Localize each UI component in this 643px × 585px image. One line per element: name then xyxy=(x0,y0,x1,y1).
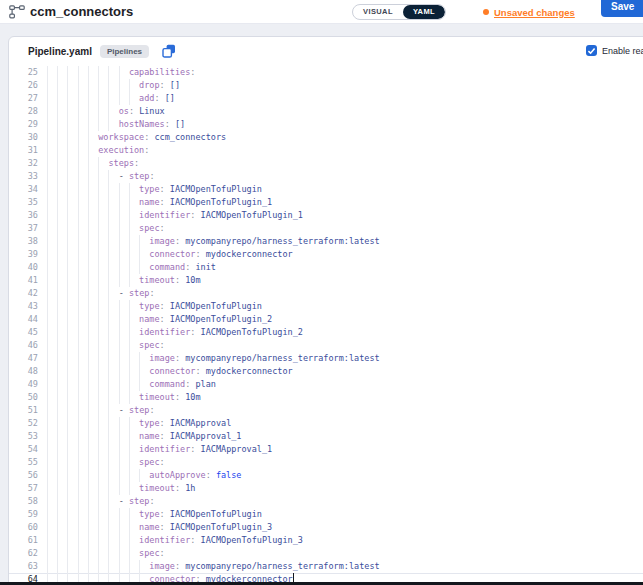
code-line[interactable]: 38image: mycompanyrepo/harness_terraform… xyxy=(9,235,643,248)
indent-guide xyxy=(108,196,118,209)
code-line[interactable]: 57timeout: 1h xyxy=(9,482,643,495)
code-line[interactable]: 28os: Linux xyxy=(9,105,643,118)
indent-guide xyxy=(67,378,77,391)
save-button[interactable]: Save xyxy=(601,0,643,17)
code-line[interactable]: 62spec: xyxy=(9,547,643,560)
indent-guide xyxy=(129,534,139,547)
code-line[interactable]: 47image: mycompanyrepo/harness_terraform… xyxy=(9,352,643,365)
indent-guide xyxy=(57,131,67,144)
indent-guide xyxy=(88,209,98,222)
indent-guide xyxy=(129,183,139,196)
code-line[interactable]: 43type: IACMOpenTofuPlugin xyxy=(9,300,643,313)
toggle-visual[interactable]: VISUAL xyxy=(353,5,403,19)
indent-guide xyxy=(47,482,57,495)
code-line[interactable]: 33- step: xyxy=(9,170,643,183)
code-line[interactable]: 50timeout: 10m xyxy=(9,391,643,404)
line-number: 63 xyxy=(9,560,47,573)
code-line[interactable]: 32steps: xyxy=(9,157,643,170)
toggle-yaml[interactable]: YAML xyxy=(403,5,445,19)
code-line[interactable]: 51- step: xyxy=(9,404,643,417)
code-line[interactable]: 61identifier: IACMOpenTofuPlugin_3 xyxy=(9,534,643,547)
code-line[interactable]: 37spec: xyxy=(9,222,643,235)
line-number: 37 xyxy=(9,222,47,235)
checkbox-checked-icon[interactable] xyxy=(586,45,597,56)
indent-guide xyxy=(98,430,108,443)
pipeline-yaml-editor-window: ccm_connectors VISUAL YAML Unsaved chang… xyxy=(0,0,643,585)
code-text: timeout: 1h xyxy=(47,482,643,495)
yaml-key: add xyxy=(139,93,154,103)
code-line[interactable]: 29hostNames: [] xyxy=(9,118,643,131)
indent-guide xyxy=(67,118,77,131)
top-bar: ccm_connectors VISUAL YAML Unsaved chang… xyxy=(0,0,643,24)
code-line[interactable]: 39connector: mydockerconnector xyxy=(9,248,643,261)
code-text: image: mycompanyrepo/harness_terraform:l… xyxy=(47,560,643,573)
code-line[interactable]: 63image: mycompanyrepo/harness_terraform… xyxy=(9,560,643,573)
line-number: 38 xyxy=(9,235,47,248)
line-number: 36 xyxy=(9,209,47,222)
code-line[interactable]: 42- step: xyxy=(9,287,643,300)
indent-guide xyxy=(67,495,77,508)
indent-guide xyxy=(88,378,98,391)
code-line[interactable]: 40command: init xyxy=(9,261,643,274)
unsaved-changes[interactable]: Unsaved changes xyxy=(483,0,575,24)
indent-guide xyxy=(108,391,118,404)
yaml-key: step xyxy=(129,288,149,298)
yaml-value: false xyxy=(211,470,242,480)
code-line[interactable]: 49command: plan xyxy=(9,378,643,391)
code-line[interactable]: 58- step: xyxy=(9,495,643,508)
line-number: 50 xyxy=(9,391,47,404)
code-text: type: IACMOpenTofuPlugin xyxy=(47,300,643,313)
indent-guide xyxy=(108,92,118,105)
indent-guide xyxy=(88,339,98,352)
indent-guide xyxy=(67,404,77,417)
code-line[interactable]: 27add: [] xyxy=(9,92,643,105)
code-line[interactable]: 54identifier: IACMApproval_1 xyxy=(9,443,643,456)
indent-guide xyxy=(67,157,77,170)
unsaved-changes-link[interactable]: Unsaved changes xyxy=(494,7,575,18)
code-line[interactable]: 56autoApprove: false xyxy=(9,469,643,482)
indent-guide xyxy=(78,417,88,430)
yaml-lines[interactable]: 25capabilities:26drop: []27add: []28os: … xyxy=(9,65,643,585)
indent-guide xyxy=(88,456,98,469)
indent-guide xyxy=(98,417,108,430)
indent-guide xyxy=(129,261,139,274)
indent-guide xyxy=(119,508,129,521)
visual-yaml-toggle[interactable]: VISUAL YAML xyxy=(352,4,446,20)
indent-guide xyxy=(119,196,129,209)
indent-guide xyxy=(108,118,118,131)
code-line[interactable]: 53name: IACMApproval_1 xyxy=(9,430,643,443)
indent-guide xyxy=(129,508,139,521)
code-line[interactable]: 36identifier: IACMOpenTofuPlugin_1 xyxy=(9,209,643,222)
code-line[interactable]: 48connector: mydockerconnector xyxy=(9,365,643,378)
code-line[interactable]: 46spec: xyxy=(9,339,643,352)
code-line[interactable]: 59type: IACMOpenTofuPlugin xyxy=(9,508,643,521)
yaml-key: spec xyxy=(139,223,159,233)
code-line[interactable]: 60name: IACMOpenTofuPlugin_3 xyxy=(9,521,643,534)
yaml-key: type xyxy=(139,301,159,311)
indent-guide xyxy=(98,222,108,235)
code-line[interactable]: 41timeout: 10m xyxy=(9,274,643,287)
indent-guide xyxy=(139,469,149,482)
code-line[interactable]: 52type: IACMApproval xyxy=(9,417,643,430)
code-line[interactable]: 55spec: xyxy=(9,456,643,469)
indent-guide xyxy=(129,365,139,378)
indent-guide xyxy=(57,261,67,274)
indent-guide xyxy=(129,560,139,573)
indent-guide xyxy=(88,547,98,560)
code-line[interactable]: 34type: IACMOpenTofuPlugin xyxy=(9,183,643,196)
code-line[interactable]: 31execution: xyxy=(9,144,643,157)
copy-icon[interactable] xyxy=(162,44,176,58)
code-line[interactable]: 26drop: [] xyxy=(9,79,643,92)
indent-guide xyxy=(57,287,67,300)
code-line[interactable]: 30workspace: ccm_connectors xyxy=(9,131,643,144)
code-line[interactable]: 35name: IACMOpenTofuPlugin_1 xyxy=(9,196,643,209)
indent-guide xyxy=(78,326,88,339)
save-button-label[interactable]: Save xyxy=(601,0,643,17)
code-line[interactable]: 44name: IACMOpenTofuPlugin_2 xyxy=(9,313,643,326)
code-line[interactable]: 45identifier: IACMOpenTofuPlugin_2 xyxy=(9,326,643,339)
indent-guide xyxy=(78,248,88,261)
code-line[interactable]: 25capabilities: xyxy=(9,66,643,79)
indent-guide xyxy=(98,365,108,378)
enable-read-toggle[interactable]: Enable read/ xyxy=(586,45,643,56)
line-number: 30 xyxy=(9,131,47,144)
